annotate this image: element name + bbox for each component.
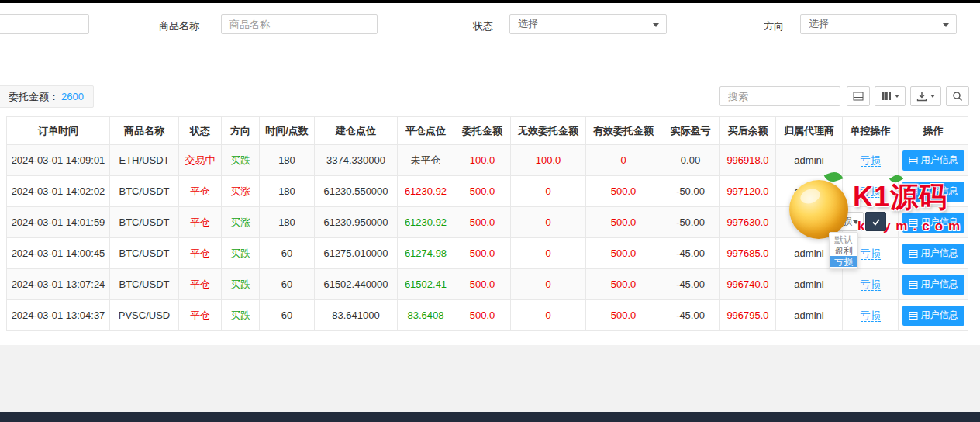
- loss-control-link[interactable]: 亏损: [861, 247, 881, 260]
- balance-after-cell-text: 996740.0: [726, 278, 768, 290]
- direction-cell: 买跌: [222, 145, 260, 176]
- agent-cell-text: admini: [794, 310, 823, 321]
- user-info-button[interactable]: 用户信息: [902, 244, 964, 264]
- operation-cell: 用户信息: [899, 238, 968, 269]
- status-cell-text: 平仓: [190, 185, 210, 197]
- order-time-cell-text: 2024-03-01 14:01:59: [12, 216, 105, 228]
- direction-label: 方向: [764, 19, 784, 33]
- filter-left-input[interactable]: [0, 14, 89, 34]
- dropdown-option-2[interactable]: 亏损: [830, 256, 858, 267]
- open-point-cell: 61275.010000: [315, 238, 398, 269]
- invalid-amount-cell-text: 100.0: [536, 154, 561, 166]
- invalid-amount-cell-text: 0: [545, 247, 550, 259]
- loss-control-link[interactable]: 亏损: [861, 310, 881, 322]
- user-info-button[interactable]: 用户信息: [902, 275, 964, 295]
- status-label: 状态: [473, 19, 493, 33]
- header-close-point: 平仓点位: [398, 117, 454, 145]
- table-search-input[interactable]: [719, 86, 840, 106]
- header-product-name: 商品名称: [110, 117, 179, 145]
- product-name-input[interactable]: [221, 14, 378, 34]
- product-name-cell: BTC/USDT: [110, 207, 179, 238]
- header-direction: 方向: [222, 117, 260, 145]
- valid-amount-cell: 500.0: [586, 269, 661, 300]
- valid-amount-cell: 500.0: [586, 176, 661, 207]
- user-info-button[interactable]: 用户信息: [902, 150, 964, 171]
- search-button[interactable]: [946, 86, 969, 106]
- chevron-down-icon: [853, 220, 859, 224]
- product-name-cell: BTC/USDT: [110, 238, 179, 269]
- invalid-amount-cell: 0: [511, 207, 586, 238]
- status-cell-text: 交易中: [185, 154, 216, 166]
- footer-gray-strip: [0, 345, 980, 412]
- product-name-cell: BTC/USDT: [110, 269, 179, 300]
- single-control-select[interactable]: 亏损: [828, 212, 864, 231]
- valid-amount-cell: 0: [586, 145, 661, 176]
- product-name-cell-text: BTC/USDT: [119, 278, 170, 290]
- table-row: 2024-03-01 13:07:24BTC/USDT平仓买跌6061502.4…: [7, 269, 968, 300]
- close-point-cell: 61274.98: [398, 238, 454, 269]
- open-point-cell-text: 61275.010000: [323, 247, 388, 259]
- entrust-amount-cell: 500.0: [454, 300, 511, 331]
- loss-control-link[interactable]: 亏损: [861, 185, 881, 198]
- table-row: 2024-03-01 14:01:59BTC/USDT平仓买涨18061230.…: [7, 207, 968, 238]
- product-name-label: 商品名称: [159, 19, 199, 33]
- header-actual-pnl: 实际盈亏: [661, 117, 720, 145]
- open-point-cell: 61230.550000: [315, 176, 398, 207]
- close-point-cell-text: 61274.98: [405, 247, 447, 259]
- list-view-button[interactable]: [847, 86, 870, 106]
- user-info-icon: [909, 311, 918, 320]
- agent-cell-text: admini: [794, 185, 823, 197]
- status-cell-text: 平仓: [190, 247, 210, 259]
- user-info-icon: [909, 218, 918, 227]
- open-point-cell: 61230.950000: [315, 207, 398, 238]
- user-info-button[interactable]: 用户信息: [902, 213, 964, 233]
- actual-pnl-cell-text: -45.00: [676, 247, 705, 259]
- direction-select-value: 选择: [809, 17, 829, 31]
- order-time-cell-text: 2024-03-01 13:07:24: [12, 278, 105, 290]
- agent-cell-text: admini: [794, 154, 823, 166]
- direction-cell-text: 买涨: [230, 185, 250, 197]
- balance-after-cell: 997120.0: [720, 176, 776, 207]
- entrust-amount-cell: 500.0: [454, 269, 511, 300]
- dropdown-option-1[interactable]: 盈利: [830, 245, 858, 256]
- footer-navy-bar: [0, 412, 980, 422]
- actual-pnl-cell: -45.00: [661, 300, 720, 331]
- close-point-cell-text: 未平仓: [411, 154, 441, 166]
- export-button[interactable]: [910, 86, 941, 106]
- invalid-amount-cell: 0: [511, 300, 586, 331]
- close-point-cell: 61502.41: [398, 269, 454, 300]
- actual-pnl-cell-text: -50.00: [676, 185, 705, 197]
- user-info-button[interactable]: 用户信息: [902, 182, 964, 202]
- order-time-cell: 2024-03-01 14:02:02: [7, 176, 110, 207]
- columns-icon: [881, 91, 892, 102]
- loss-control-link[interactable]: 亏损: [861, 278, 881, 291]
- time-points-cell-text: 180: [278, 185, 295, 197]
- invalid-amount-cell-text: 0: [545, 310, 550, 321]
- open-point-cell-text: 61502.440000: [323, 278, 388, 290]
- open-point-cell: 83.641000: [315, 300, 398, 331]
- dropdown-option-0[interactable]: 默认: [830, 234, 858, 245]
- invalid-amount-cell: 0: [511, 176, 586, 207]
- open-point-cell-text: 61230.950000: [323, 216, 388, 228]
- entrust-amount-cell-text: 500.0: [470, 278, 495, 290]
- time-points-cell: 60: [260, 300, 315, 331]
- chevron-down-icon: [930, 95, 935, 98]
- loss-control-link[interactable]: 亏损: [861, 154, 881, 167]
- invalid-amount-cell-text: 0: [545, 278, 550, 290]
- status-select[interactable]: 选择: [509, 14, 667, 34]
- user-info-button[interactable]: 用户信息: [902, 306, 964, 326]
- time-points-cell: 60: [260, 269, 315, 300]
- valid-amount-cell: 500.0: [586, 238, 661, 269]
- direction-select[interactable]: 选择: [800, 14, 957, 34]
- open-point-cell: 3374.330000: [315, 145, 398, 176]
- confirm-control-button[interactable]: [865, 212, 886, 231]
- product-name-cell: BTC/USDT: [110, 176, 179, 207]
- table-row: 2024-03-01 14:09:01ETH/USDT交易中买跌1803374.…: [7, 145, 968, 176]
- balance-after-cell-text: 997685.0: [726, 247, 768, 259]
- agent-cell: admini: [776, 269, 843, 300]
- header-order-time: 订单时间: [7, 117, 110, 145]
- table-row: 2024-03-01 14:02:02BTC/USDT平仓买涨18061230.…: [7, 176, 968, 207]
- single-control-cell: 亏损: [843, 176, 899, 207]
- header-agent: 归属代理商: [776, 117, 843, 145]
- columns-filter-button[interactable]: [875, 86, 906, 106]
